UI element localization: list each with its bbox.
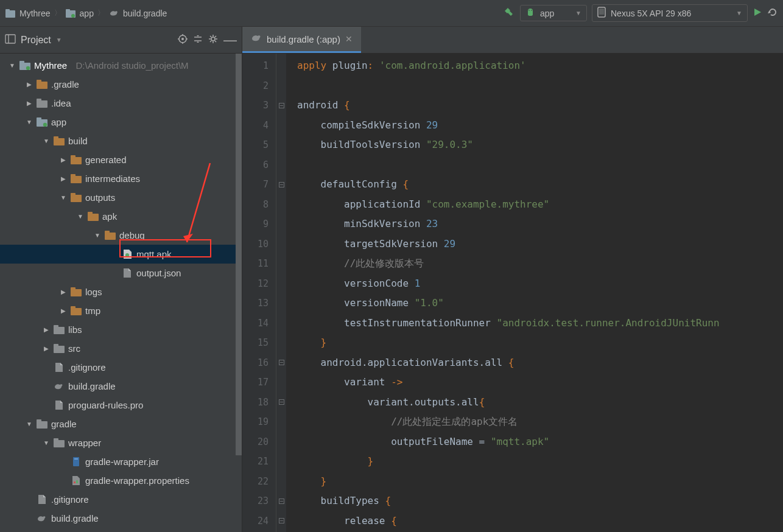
code-line[interactable]: variant.outputs.all{ bbox=[297, 393, 720, 413]
code-line[interactable]: } bbox=[297, 333, 720, 353]
line-number[interactable]: 14 bbox=[242, 313, 269, 334]
tree-arrow-icon[interactable]: ▼ bbox=[60, 194, 67, 201]
project-panel-title[interactable]: Project bbox=[21, 35, 51, 46]
line-number[interactable]: 20 bbox=[242, 432, 269, 452]
tree-item[interactable]: ▼app bbox=[0, 113, 242, 131]
tree-item[interactable]: ▼wrapper bbox=[0, 433, 242, 452]
tree-arrow-icon[interactable]: ▶ bbox=[43, 326, 50, 333]
select-opened-file-icon[interactable] bbox=[177, 33, 188, 46]
line-number[interactable]: 15 bbox=[242, 333, 269, 353]
fold-marker[interactable] bbox=[276, 135, 286, 155]
code-line[interactable]: versionCode 1 bbox=[297, 274, 720, 294]
breadcrumb-item[interactable]: Mythree bbox=[5, 9, 51, 18]
tree-arrow-icon[interactable]: ▶ bbox=[60, 175, 67, 182]
fold-marker[interactable] bbox=[276, 214, 286, 234]
line-number[interactable]: 10 bbox=[242, 234, 269, 254]
breadcrumb-item[interactable]: build.gradle bbox=[108, 9, 167, 18]
tree-item[interactable]: ▶logs bbox=[0, 282, 242, 301]
tree-arrow-icon[interactable]: ▼ bbox=[26, 421, 33, 427]
code-line[interactable] bbox=[297, 76, 720, 96]
code-line[interactable]: android { bbox=[297, 96, 720, 116]
line-number[interactable]: 22 bbox=[242, 472, 269, 492]
line-number[interactable]: 4 bbox=[242, 116, 269, 136]
fold-marker[interactable] bbox=[276, 56, 286, 76]
tree-arrow-icon[interactable]: ▶ bbox=[60, 289, 67, 295]
tree-item[interactable]: output.json bbox=[0, 264, 242, 282]
line-number[interactable]: 6 bbox=[242, 155, 269, 175]
line-number[interactable]: 2 bbox=[242, 76, 269, 96]
tree-item[interactable]: gradle-wrapper.jar bbox=[0, 452, 242, 471]
fold-marker[interactable] bbox=[276, 472, 286, 492]
code-line[interactable]: } bbox=[297, 472, 720, 492]
code-line[interactable]: release { bbox=[297, 511, 720, 531]
tree-item[interactable]: proguard-rules.pro bbox=[0, 396, 242, 415]
code-line[interactable]: android.applicationVariants.all { bbox=[297, 353, 720, 373]
fold-marker[interactable] bbox=[276, 274, 286, 294]
tree-item[interactable]: ▼debug bbox=[0, 226, 242, 245]
line-number[interactable]: 19 bbox=[242, 412, 269, 432]
tree-item[interactable]: ▶.idea bbox=[0, 94, 242, 113]
tree-item[interactable]: .gitignore bbox=[0, 490, 242, 509]
fold-gutter[interactable] bbox=[276, 54, 286, 532]
run-button[interactable] bbox=[753, 7, 762, 19]
line-number[interactable]: 13 bbox=[242, 293, 269, 313]
code-line[interactable]: outputFileName = "mqtt.apk" bbox=[297, 432, 720, 452]
tree-item[interactable]: mqtt.apk bbox=[0, 245, 242, 264]
fold-marker[interactable] bbox=[276, 254, 286, 274]
fold-marker[interactable] bbox=[276, 155, 286, 175]
code-line[interactable]: minSdkVersion 23 bbox=[297, 214, 720, 234]
line-number[interactable]: 5 bbox=[242, 135, 269, 155]
code-line[interactable]: applicationId "com.example.mythree" bbox=[297, 195, 720, 215]
tree-item[interactable]: ▼gradle bbox=[0, 415, 242, 433]
fold-marker[interactable] bbox=[276, 412, 286, 432]
tree-arrow-icon[interactable]: ▶ bbox=[60, 156, 67, 163]
fold-marker[interactable] bbox=[276, 313, 286, 334]
code-area[interactable]: apply plugin: 'com.android.application'a… bbox=[286, 54, 720, 532]
code-line[interactable]: testInstrumentationRunner "androidx.test… bbox=[297, 313, 720, 334]
close-tab-icon[interactable]: ✕ bbox=[345, 34, 353, 44]
line-number[interactable]: 9 bbox=[242, 214, 269, 234]
project-tree[interactable]: ▼Mythree D:\Android studio_project\M▶.gr… bbox=[0, 54, 242, 532]
line-number[interactable]: 23 bbox=[242, 491, 269, 511]
code-line[interactable]: buildTypes { bbox=[297, 491, 720, 511]
line-number[interactable]: 21 bbox=[242, 452, 269, 472]
line-number[interactable]: 1 bbox=[242, 56, 269, 76]
line-number[interactable]: 18 bbox=[242, 393, 269, 413]
line-number[interactable]: 8 bbox=[242, 195, 269, 215]
fold-marker[interactable] bbox=[276, 116, 286, 136]
fold-marker[interactable] bbox=[276, 491, 286, 511]
line-number[interactable]: 17 bbox=[242, 373, 269, 393]
tree-item[interactable]: ▼build bbox=[0, 131, 242, 150]
tree-item[interactable]: ▼Mythree D:\Android studio_project\M bbox=[0, 56, 242, 75]
tree-item[interactable]: ▶libs bbox=[0, 320, 242, 339]
code-line[interactable]: targetSdkVersion 29 bbox=[297, 234, 720, 254]
editor-tab[interactable]: build.gradle (:app) ✕ bbox=[242, 27, 361, 53]
tree-arrow-icon[interactable]: ▼ bbox=[43, 138, 50, 144]
code-line[interactable]: //此处修改版本号 bbox=[297, 254, 720, 274]
line-number[interactable]: 11 bbox=[242, 254, 269, 274]
fold-marker[interactable] bbox=[276, 452, 286, 472]
fold-marker[interactable] bbox=[276, 333, 286, 353]
fold-marker[interactable] bbox=[276, 76, 286, 96]
tree-item[interactable]: ▼outputs bbox=[0, 188, 242, 207]
fold-marker[interactable] bbox=[276, 175, 286, 195]
tree-arrow-icon[interactable]: ▶ bbox=[43, 345, 50, 352]
scrollbar-thumb[interactable] bbox=[236, 54, 242, 455]
code-line[interactable]: variant -> bbox=[297, 373, 720, 393]
tree-item[interactable]: ▶tmp bbox=[0, 301, 242, 320]
tree-item[interactable]: gradle-wrapper.properties bbox=[0, 471, 242, 490]
hide-panel-icon[interactable]: — bbox=[223, 37, 237, 43]
line-number[interactable]: 24 bbox=[242, 511, 269, 531]
code-line[interactable]: compileSdkVersion 29 bbox=[297, 116, 720, 136]
tree-item[interactable]: ▶src bbox=[0, 339, 242, 358]
code-line[interactable]: //此处指定生成的apk文件名 bbox=[297, 412, 720, 432]
tree-item[interactable]: .gitignore bbox=[0, 358, 242, 377]
code-line[interactable]: buildToolsVersion "29.0.3" bbox=[297, 135, 720, 155]
device-dropdown[interactable]: Nexus 5X API 29 x86 ▼ bbox=[592, 4, 748, 22]
fold-marker[interactable] bbox=[276, 511, 286, 531]
tree-arrow-icon[interactable]: ▼ bbox=[9, 62, 16, 69]
apply-changes-button[interactable] bbox=[767, 7, 778, 19]
line-number[interactable]: 3 bbox=[242, 96, 269, 116]
fold-marker[interactable] bbox=[276, 293, 286, 313]
tree-item[interactable]: ▶generated bbox=[0, 150, 242, 169]
